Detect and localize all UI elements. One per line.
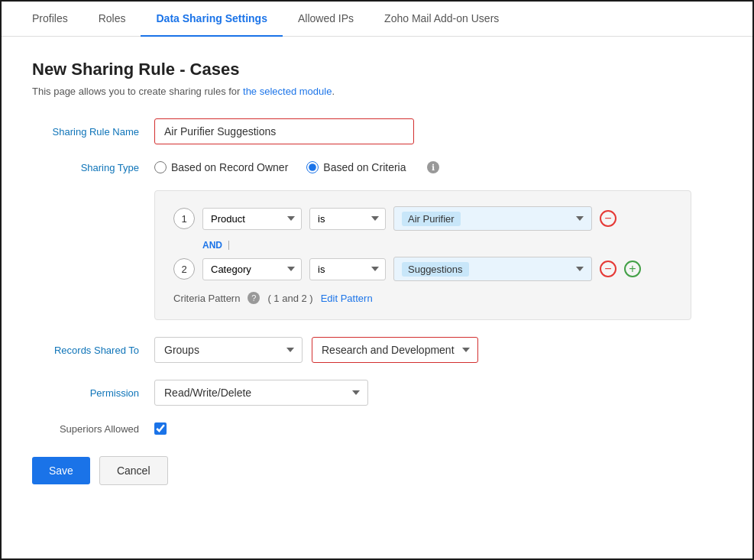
save-button[interactable]: Save (32, 457, 90, 484)
tab-zoho-mail-addon-users[interactable]: Zoho Mail Add-on Users (369, 2, 514, 37)
sharing-type-label: Sharing Type (32, 162, 154, 173)
radio-criteria-label[interactable]: Based on Criteria (306, 161, 406, 173)
sharing-rule-name-row: Sharing Rule Name (32, 118, 722, 144)
superiors-allowed-label: Superiors Allowed (32, 423, 154, 435)
criteria-row-2: 2 Category is Suggestions − + (173, 257, 672, 281)
selected-module-link[interactable]: the selected module (243, 86, 332, 97)
tab-profiles[interactable]: Profiles (17, 2, 83, 37)
criteria-number-2: 2 (173, 258, 195, 280)
sharing-type-row: Sharing Type Based on Record Owner Based… (32, 161, 722, 173)
records-shared-type-select[interactable]: Groups Roles Roles and Subordinates User… (154, 337, 303, 363)
pattern-help-icon[interactable]: ? (248, 292, 260, 304)
edit-pattern-link[interactable]: Edit Pattern (321, 293, 373, 304)
criteria-operator-select-1[interactable]: is (309, 208, 386, 230)
radio-owner[interactable] (154, 161, 167, 173)
permission-label: Permission (32, 387, 154, 399)
criteria-pattern-value: ( 1 and 2 ) (267, 293, 312, 304)
sharing-rule-name-label: Sharing Rule Name (32, 126, 154, 138)
criteria-number-1: 1 (173, 208, 195, 229)
criteria-row-1: 1 Product is Air Purifier − (173, 206, 672, 231)
criteria-operator-select-2[interactable]: is (309, 258, 386, 280)
page-title: New Sharing Rule - Cases (32, 60, 722, 79)
records-shared-to-row: Records Shared To Groups Roles Roles and… (32, 337, 722, 363)
permission-row: Permission Read Only Read/Write Read/Wri… (32, 380, 722, 406)
superiors-allowed-row: Superiors Allowed (32, 422, 722, 435)
criteria-box: 1 Product is Air Purifier − AND 2 Catego… (154, 190, 691, 320)
criteria-field-select-2[interactable]: Category (202, 258, 302, 280)
page-content: New Sharing Rule - Cases This page allow… (2, 37, 752, 558)
records-shared-to-label: Records Shared To (32, 345, 154, 356)
records-shared-group-select[interactable]: Research and Development Sales Marketing (312, 337, 478, 363)
permission-select[interactable]: Read Only Read/Write Read/Write/Delete (154, 380, 368, 406)
page-description: This page allows you to create sharing r… (32, 86, 722, 97)
form-buttons: Save Cancel (32, 456, 722, 485)
tab-allowed-ips[interactable]: Allowed IPs (283, 2, 369, 37)
criteria-and-label: AND (202, 240, 672, 251)
sharing-type-radio-group: Based on Record Owner Based on Criteria … (154, 161, 439, 173)
criteria-info-icon[interactable]: ℹ (427, 161, 439, 173)
criteria-pattern-row: Criteria Pattern ? ( 1 and 2 ) Edit Patt… (173, 292, 672, 304)
records-shared-selects: Groups Roles Roles and Subordinates User… (154, 337, 478, 363)
tab-bar: Profiles Roles Data Sharing Settings All… (2, 2, 752, 37)
criteria-add-btn[interactable]: + (624, 261, 641, 277)
criteria-field-select-1[interactable]: Product (202, 208, 302, 230)
tab-data-sharing-settings[interactable]: Data Sharing Settings (141, 2, 282, 37)
criteria-value-1[interactable]: Air Purifier (393, 206, 592, 231)
sharing-rule-name-input[interactable] (154, 118, 414, 144)
criteria-value-2[interactable]: Suggestions (393, 257, 592, 281)
superiors-allowed-checkbox[interactable] (154, 422, 167, 435)
app-window: Profiles Roles Data Sharing Settings All… (0, 0, 754, 560)
criteria-remove-btn-2[interactable]: − (600, 261, 616, 277)
criteria-remove-btn-1[interactable]: − (600, 210, 616, 227)
cancel-button[interactable]: Cancel (99, 456, 168, 485)
tab-roles[interactable]: Roles (83, 2, 141, 37)
radio-owner-label[interactable]: Based on Record Owner (154, 161, 288, 173)
radio-criteria[interactable] (306, 161, 319, 173)
